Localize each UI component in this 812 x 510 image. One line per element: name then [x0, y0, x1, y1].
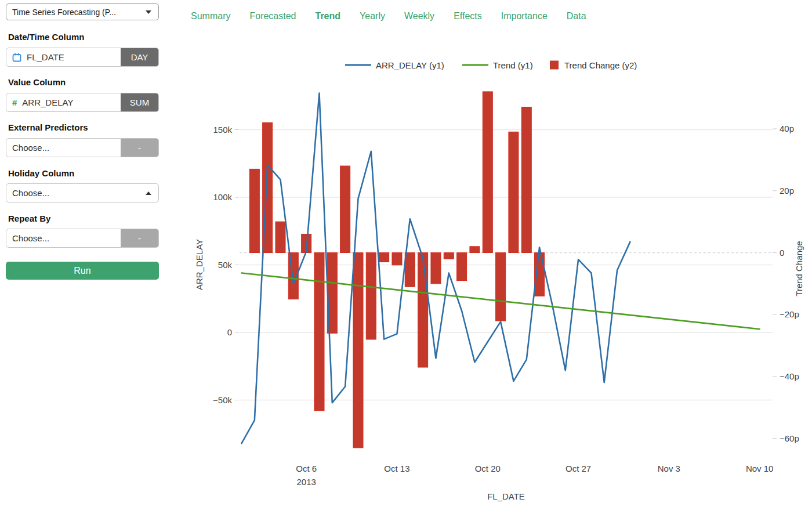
x-tick-label: Oct 20	[475, 464, 501, 473]
trend-change-bar	[340, 166, 350, 252]
trend-change-bar	[483, 92, 492, 253]
trend-change-bar	[444, 253, 454, 259]
external-predictors-label: External Predictors	[8, 122, 88, 132]
legend-label: Trend (y1)	[493, 60, 533, 70]
legend-label: Trend Change (y2)	[564, 60, 637, 70]
date-aggregation-button[interactable]: DAY	[121, 48, 158, 66]
repeat-by-label: Repeat By	[8, 214, 50, 223]
tab-importance[interactable]: Importance	[501, 11, 548, 21]
external-predictors-option-button[interactable]: -	[121, 139, 158, 157]
date-column-group: FL_DATE DAY	[6, 48, 159, 67]
y2-tick-label: 20p	[780, 186, 794, 196]
number-icon: #	[12, 97, 17, 107]
trend-change-bar	[470, 247, 480, 253]
value-column-label: Value Column	[8, 77, 66, 87]
x-tick-label: Nov 3	[658, 464, 680, 473]
trend-change-bar	[314, 253, 324, 411]
legend-item-trend-y1[interactable]: Trend (y1)	[462, 60, 533, 70]
run-button[interactable]: Run	[6, 262, 159, 280]
tab-weekly[interactable]: Weekly	[404, 11, 434, 21]
trend-change-bar	[418, 253, 428, 367]
chevron-down-icon	[146, 10, 151, 14]
legend-label: ARR_DELAY (y1)	[376, 60, 444, 70]
trend-change-bar	[392, 253, 402, 265]
legend-item-arr-delay-y1[interactable]: ARR_DELAY (y1)	[345, 60, 444, 70]
holiday-column-value: Choose...	[12, 188, 49, 198]
trend-change-bar	[405, 253, 415, 287]
value-column-group: # ARR_DELAY SUM	[6, 93, 159, 112]
tab-yearly[interactable]: Yearly	[360, 11, 385, 21]
analysis-type-select[interactable]: Time Series Forecasting (P...	[6, 3, 159, 20]
trend-change-bar	[379, 253, 389, 262]
trend-change-bar	[249, 169, 259, 252]
trend-change-bar	[521, 107, 531, 253]
y1-tick-label: 100k	[213, 192, 232, 202]
value-column-value: ARR_DELAY	[22, 97, 73, 107]
trend-change-bar	[276, 222, 285, 252]
y1-tick-label: 150k	[213, 125, 232, 135]
trend-change-bar	[509, 132, 519, 252]
y2-axis-title: Trend Change	[794, 241, 804, 296]
value-aggregation-button[interactable]: SUM	[121, 93, 158, 111]
y2-tick-label: −20p	[780, 309, 799, 319]
trend-chart: 150k100k50k0−50k40p20p0−20p−40p−60pOct 6…	[191, 35, 812, 510]
x-tick-label: Oct 6	[296, 464, 317, 473]
tab-data[interactable]: Data	[567, 11, 586, 21]
repeat-by-option-button[interactable]: -	[121, 229, 158, 247]
tab-trend[interactable]: Trend	[316, 11, 341, 21]
trend-change-bar	[431, 253, 441, 284]
legend-item-trend-change-y2[interactable]: Trend Change (y2)	[550, 60, 637, 70]
external-predictors-group: Choose... -	[6, 138, 159, 157]
calendar-icon	[12, 53, 21, 62]
tab-forecasted[interactable]: Forecasted	[249, 11, 296, 21]
y1-axis-title: ARR_DELAY	[194, 239, 204, 290]
y1-tick-label: 0	[227, 327, 232, 337]
y1-tick-label: 50k	[218, 260, 233, 270]
y1-tick-label: −50k	[213, 395, 232, 405]
trend-change-bar	[353, 253, 363, 448]
x-tick-label: Oct 27	[566, 464, 591, 473]
x-year-label: 2013	[296, 477, 316, 487]
tab-summary[interactable]: Summary	[191, 11, 230, 21]
trend-change-bar	[366, 253, 376, 339]
external-predictors-input[interactable]: Choose...	[6, 139, 121, 157]
value-column-input[interactable]: # ARR_DELAY	[6, 93, 121, 111]
repeat-by-group: Choose... -	[6, 229, 159, 248]
y2-tick-label: 0	[780, 248, 784, 258]
trend-change-bar	[496, 253, 506, 321]
analysis-type-value: Time Series Forecasting (P...	[12, 8, 116, 17]
date-column-value: FL_DATE	[27, 52, 64, 62]
trend-change-bar	[457, 253, 467, 281]
holiday-column-select[interactable]: Choose...	[6, 183, 159, 202]
x-tick-label: Oct 13	[384, 464, 409, 473]
x-axis-title: FL_DATE	[487, 491, 525, 501]
date-column-label: Date/Time Column	[8, 32, 84, 42]
tab-effects[interactable]: Effects	[454, 11, 482, 21]
repeat-by-input[interactable]: Choose...	[6, 229, 121, 247]
y2-tick-label: −40p	[780, 371, 799, 381]
tab-bar: SummaryForecastedTrendYearlyWeeklyEffect…	[191, 11, 586, 21]
repeat-by-value: Choose...	[12, 233, 49, 243]
legend-swatch	[550, 61, 559, 70]
external-predictors-value: Choose...	[12, 143, 49, 153]
holiday-column-label: Holiday Column	[8, 168, 74, 178]
y2-tick-label: −60p	[780, 433, 799, 443]
x-tick-label: Nov 10	[746, 464, 774, 473]
chevron-up-icon	[146, 191, 151, 195]
y2-tick-label: 40p	[780, 124, 794, 133]
sidebar: Time Series Forecasting (P... Date/Time …	[0, 0, 168, 510]
date-column-input[interactable]: FL_DATE	[6, 48, 121, 66]
